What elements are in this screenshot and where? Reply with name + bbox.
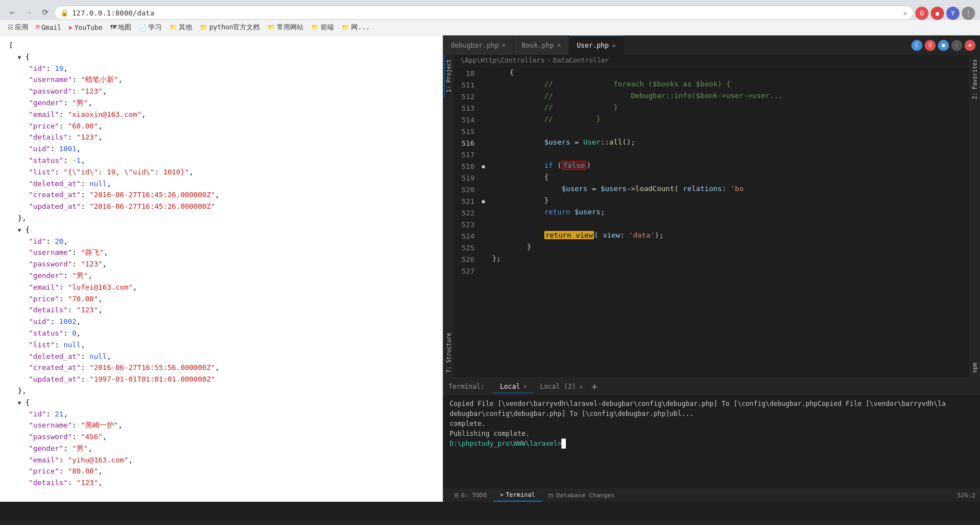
breadcrumb-path: \App\Http\Controllers: [461, 56, 545, 64]
bottom-tab-todo-label: 6: TODO: [461, 492, 487, 499]
lock-icon: 🔒: [60, 9, 69, 17]
json-record-1-close: },: [18, 213, 434, 224]
bottom-tab-terminal[interactable]: > Terminal: [493, 489, 541, 502]
code-line-515: [492, 125, 969, 136]
bookmark-youtube[interactable]: ▶ YouTube: [66, 23, 106, 33]
json-field-status-1: "status": -1,: [29, 155, 434, 167]
code-line-513: // }: [492, 101, 969, 113]
bookmark-common-label: 常用网站: [277, 23, 303, 32]
code-scroll-area[interactable]: 18 511 512: [454, 66, 969, 377]
bookmark-other[interactable]: 📁 其他: [166, 22, 195, 33]
json-field-price-2: "price": "70.00",: [29, 294, 434, 305]
tab-user-close[interactable]: ✕: [612, 42, 616, 49]
json-field-id-3: "id": 21,: [29, 409, 434, 420]
bottom-tab-db[interactable]: 🗃 Database Changes: [541, 490, 621, 501]
address-bar[interactable]: 🔒 127.0.0.1:8000/data ★: [54, 6, 914, 20]
address-text: 127.0.0.1:8000/data: [72, 9, 154, 17]
code-line-524: return view( view: 'data');: [492, 229, 969, 241]
tab-book-close[interactable]: ✕: [557, 42, 561, 49]
apps-grid-icon: ☷: [8, 24, 13, 31]
json-field-status-2: "status": 0,: [29, 328, 434, 339]
browser-ext-icon[interactable]: ■: [931, 7, 944, 20]
bookmark-common[interactable]: 📁 常用网站: [264, 22, 307, 33]
breadcrumb-file: DataController: [553, 56, 609, 64]
label-structure[interactable]: 7: Structure: [445, 328, 453, 377]
terminal-tab-local2-close[interactable]: ✕: [579, 384, 582, 390]
bookmark-gmail-label: Gmail: [42, 24, 61, 32]
youtube-icon: ▶: [69, 24, 73, 31]
terminal-tab-local2[interactable]: Local (2) ✕: [533, 380, 589, 393]
tab-reload[interactable]: ⟳: [38, 4, 53, 20]
terminal-content[interactable]: Copied File [\vendor\barryvdh\laravel-de…: [443, 395, 980, 488]
bookmark-apps[interactable]: ☷ 应用: [4, 22, 32, 33]
bookmark-more[interactable]: 📁 网...: [338, 22, 373, 33]
bookmark-gmail[interactable]: M Gmail: [33, 23, 65, 33]
tab-forward: →: [21, 4, 37, 20]
browser-ext3-icon[interactable]: ⋮: [962, 7, 975, 20]
json-field-id-2: "id": 20,: [29, 236, 434, 248]
ide-main: 1: Project 7: Structure \App\Http\Contro…: [443, 55, 980, 377]
tab-debugbar-label: debugbar.php: [451, 42, 499, 49]
json-record-2-open: ▼ {: [18, 224, 434, 236]
json-field-gender-1: "gender": "男",: [29, 97, 434, 109]
bookmark-study[interactable]: 📄 学习: [136, 22, 165, 33]
json-field-username-3: "username": "黑崎一护",: [29, 420, 434, 431]
tab-debugbar[interactable]: debugbar.php ✕: [443, 35, 514, 55]
bookmarks-bar: ☷ 应用 M Gmail ▶ YouTube 🗺 地图 📄 学习 📁 其他 📁 …: [0, 20, 980, 35]
tab-user[interactable]: User.php ✕: [569, 35, 624, 55]
tab-debugbar-close[interactable]: ✕: [502, 42, 506, 49]
editor-code-area: \App\Http\Controllers › DataController 1…: [454, 55, 969, 377]
more-icon: 📁: [342, 24, 349, 31]
terminal-tab-local-close[interactable]: ✕: [523, 383, 527, 389]
terminal-tab-local-label: Local: [500, 383, 520, 390]
json-field-details-3: "details": "123",: [29, 477, 434, 489]
json-field-updated-2: "updated_at": "1997-01-01T01:01:01.00000…: [29, 374, 434, 385]
common-icon: 📁: [267, 24, 275, 31]
bookmark-python[interactable]: 📁 python官方文档: [197, 22, 263, 33]
json-field-email-2: "email": "lufei@163.com",: [29, 282, 434, 294]
json-root-open: [: [9, 40, 434, 52]
chrome-icon-4: ⋮: [951, 40, 962, 51]
bookmark-maps[interactable]: 🗺 地图: [107, 22, 135, 33]
code-line-526: };: [492, 253, 969, 264]
code-text-area[interactable]: { // foreach ($books as $book) { // Debu…: [490, 66, 969, 377]
browser-ext2-icon[interactable]: Y: [946, 7, 960, 20]
terminal-tab-local2-label: Local (2): [540, 383, 576, 390]
json-field-list-2: "list": null,: [29, 339, 434, 351]
code-line-527: [492, 264, 969, 276]
browser-menu-icon[interactable]: O: [915, 7, 929, 20]
bookmark-maps-label: 地图: [118, 23, 131, 32]
bottom-tab-todo[interactable]: ☰ 6: TODO: [447, 490, 493, 501]
bookmark-frontend[interactable]: 📁 前端: [308, 22, 337, 33]
code-line-511: // foreach ($books as $book) {: [492, 78, 969, 90]
terminal-prompt: D:\phpstudy_pro\WWW\laravel>: [450, 440, 561, 447]
tab-book-label: Book.php: [522, 42, 554, 49]
terminal-tab-local[interactable]: Local ✕: [493, 380, 533, 393]
json-field-details-2: "details": "123",: [29, 305, 434, 316]
maps-icon: 🗺: [110, 24, 116, 31]
label-project[interactable]: 1: Project: [444, 55, 453, 97]
side-labels-left: 1: Project 7: Structure: [443, 55, 454, 377]
tab-user-label: User.php: [577, 42, 609, 49]
code-line-519: {: [492, 171, 969, 183]
terminal-add-button[interactable]: +: [591, 382, 597, 392]
json-record-1: ▼ { "id": 19, "username": "蜡笔小新", "passw…: [18, 52, 434, 224]
other-icon: 📁: [169, 24, 177, 31]
side-labels-right: 2: Favorites npm: [969, 55, 980, 377]
json-field-password-2: "password": "123",: [29, 259, 434, 270]
browser-json-panel[interactable]: [ ▼ { "id": 19, "username": "蜡笔小新", "pas…: [0, 35, 443, 502]
json-field-created-1: "created_at": "2016-06-27T16:45:26.00000…: [29, 189, 434, 201]
bookmark-star[interactable]: ★: [903, 8, 907, 17]
bookmark-more-label: 网...: [351, 23, 370, 32]
code-line-521: }: [492, 194, 969, 206]
label-favorites[interactable]: 2: Favorites: [971, 55, 979, 104]
editor-tab-bar: debugbar.php ✕ Book.php ✕ User.php ✕ C O…: [443, 35, 980, 55]
json-field-email-1: "email": "xiaoxin@163.com",: [29, 109, 434, 121]
code-line-517: [492, 148, 969, 159]
code-line-520: $users = $users->loadCount( relations: '…: [492, 183, 969, 194]
terminal-line-4: Publishing complete.: [450, 429, 973, 439]
label-npm[interactable]: npm: [971, 358, 979, 377]
tab-book[interactable]: Book.php ✕: [514, 35, 569, 55]
json-field-id-1: "id": 19,: [29, 63, 434, 75]
study-icon: 📄: [139, 24, 147, 31]
